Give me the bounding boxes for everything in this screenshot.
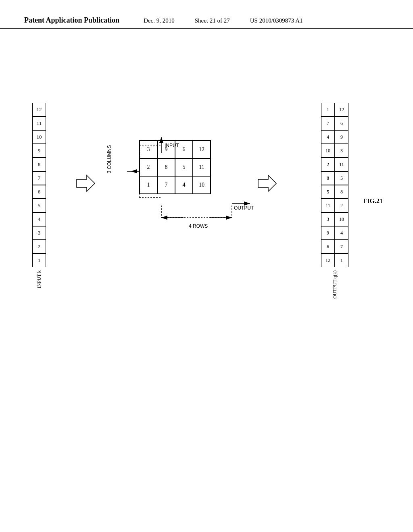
output-cell-left: 4	[321, 130, 335, 144]
input-cell: 5	[32, 199, 46, 212]
input-cell: 8	[32, 158, 46, 171]
output-cell-left: 7	[321, 116, 335, 130]
output-qk-label: OUTPUT q(k)	[332, 270, 338, 299]
matrix-cell: 11	[193, 158, 211, 176]
output-cell-left: 5	[321, 185, 335, 199]
input-k-label: INPUT k	[36, 270, 42, 288]
input-sequence-container: 121110987654321 INPUT k	[32, 103, 46, 288]
output-cell-right: 6	[335, 116, 348, 130]
matrix-cell: 8	[157, 158, 175, 176]
svg-marker-19	[258, 175, 276, 191]
output-cols-wrapper: 174102851139612 126931158210471	[321, 103, 348, 267]
svg-text:3 COLUMNS: 3 COLUMNS	[106, 145, 112, 173]
matrix-cell: 12	[193, 141, 211, 158]
matrix-grid: 396122851117410	[139, 140, 211, 194]
matrix-cell: 2	[140, 158, 157, 176]
fig-label: FIG.21	[363, 197, 383, 205]
input-cell: 1	[32, 254, 46, 267]
output-cell-left: 10	[321, 144, 335, 158]
diagram-area: INPUT 3 COLUMNS 4 ROWS OUTPUT	[24, 81, 389, 492]
svg-marker-2	[77, 175, 95, 191]
svg-text:4 ROWS: 4 ROWS	[189, 223, 208, 229]
output-cell-left: 2	[321, 158, 335, 171]
matrix-cell: 9	[157, 141, 175, 158]
output-cell-right: 12	[335, 103, 348, 116]
output-cell-right: 11	[335, 158, 348, 171]
svg-text:OUTPUT: OUTPUT	[234, 205, 254, 211]
output-sequence-container: 174102851139612 126931158210471 OUTPUT q…	[321, 103, 348, 299]
output-cell-right: 10	[335, 212, 348, 226]
output-cell-right: 9	[335, 130, 348, 144]
input-cell: 10	[32, 130, 46, 144]
output-block-arrow	[258, 175, 276, 191]
input-cell: 6	[32, 185, 46, 199]
output-cell-left: 1	[321, 103, 335, 116]
output-cell-right: 7	[335, 240, 348, 254]
input-cell: 4	[32, 212, 46, 226]
input-cell: 11	[32, 116, 46, 130]
output-cell-left: 9	[321, 226, 335, 240]
header-date: Dec. 9, 2010	[144, 17, 175, 24]
output-cell-right: 3	[335, 144, 348, 158]
input-cell: 12	[32, 103, 46, 116]
output-cell-left: 12	[321, 254, 335, 267]
input-cell: 7	[32, 171, 46, 185]
matrix-cell: 10	[193, 176, 211, 194]
header-title: Patent Application Publication	[24, 16, 119, 25]
matrix-container: 396122851117410	[139, 140, 211, 194]
output-cell-right: 2	[335, 199, 348, 212]
output-arrow-label: OUTPUT	[232, 204, 254, 211]
output-cell-left: 8	[321, 171, 335, 185]
matrix-cell: 6	[175, 141, 193, 158]
input-cell: 3	[32, 226, 46, 240]
output-cell-left: 6	[321, 240, 335, 254]
header-patent: US 2010/0309873 A1	[250, 17, 303, 24]
rows-label: 4 ROWS	[161, 206, 232, 229]
output-col-left: 174102851139612	[321, 103, 335, 267]
matrix-cell: 4	[175, 176, 193, 194]
input-cell: 9	[32, 144, 46, 158]
output-cell-right: 5	[335, 171, 348, 185]
input-cell: 2	[32, 240, 46, 254]
output-cell-right: 1	[335, 254, 348, 267]
output-cell-left: 11	[321, 199, 335, 212]
header-sheet: Sheet 21 of 27	[195, 17, 230, 24]
output-cell-left: 3	[321, 212, 335, 226]
matrix-cell: 7	[157, 176, 175, 194]
output-cell-right: 8	[335, 185, 348, 199]
output-cell-right: 4	[335, 226, 348, 240]
output-col-right: 126931158210471	[335, 103, 348, 267]
matrix-cell: 3	[140, 141, 157, 158]
page-header: Patent Application Publication Dec. 9, 2…	[0, 16, 413, 29]
input-arrow	[77, 175, 95, 191]
matrix-cell: 5	[175, 158, 193, 176]
input-cells: 121110987654321	[32, 103, 46, 267]
matrix-cell: 1	[140, 176, 157, 194]
